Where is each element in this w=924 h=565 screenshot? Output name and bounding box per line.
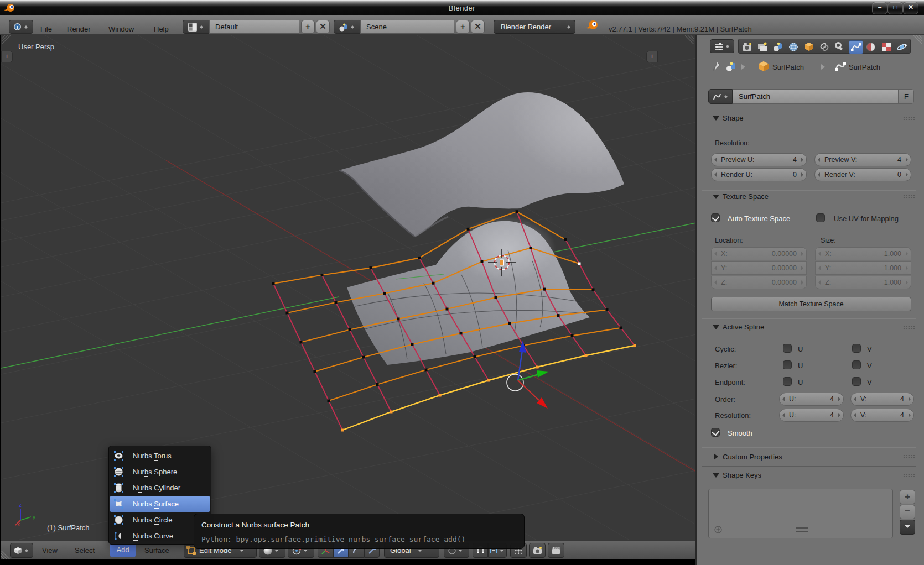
menu-render[interactable]: Render (67, 25, 91, 33)
panel-grip-icon[interactable] (903, 116, 915, 121)
bezier-u-checkbox[interactable] (783, 360, 792, 369)
active-spline-collapse-icon[interactable] (713, 325, 719, 329)
render-animation-button[interactable] (548, 543, 564, 558)
texspace-size-y-field[interactable]: Y:1.000 (815, 261, 911, 275)
fake-user-button[interactable]: F (899, 89, 914, 104)
menu-item-nurbs-cylinder[interactable]: Nurbs Cylinder (110, 480, 210, 496)
custom-properties-title[interactable]: Custom Properties (723, 453, 782, 461)
render-v-field[interactable]: Render V:0 (814, 168, 911, 181)
menu-view[interactable]: View (42, 546, 58, 554)
scene-icon-button[interactable] (334, 20, 360, 34)
pin-icon[interactable] (712, 61, 725, 73)
editor-type-button-properties[interactable] (710, 39, 734, 53)
shape-panel-title[interactable]: Shape (723, 114, 744, 122)
viewport-3d[interactable]: User Persp (1) SurfPatch + + z y x (1, 35, 695, 540)
preview-v-field[interactable]: Preview V:4 (814, 153, 911, 166)
render-u-field[interactable]: Render U:0 (711, 168, 807, 181)
menu-select[interactable]: Select (75, 546, 95, 554)
corner-grip-icon[interactable] (685, 35, 694, 44)
menu-help[interactable]: Help (154, 25, 169, 33)
editor-type-button-info[interactable]: i (9, 20, 33, 34)
menu-add[interactable]: Add (110, 543, 136, 557)
texspace-size-x-field[interactable]: X:1.000 (815, 247, 911, 260)
menu-window[interactable]: Window (108, 25, 134, 33)
object-data-icon[interactable] (726, 62, 737, 72)
nurbs-surface-floating[interactable] (266, 91, 631, 268)
corner-grip-icon[interactable] (913, 35, 922, 44)
screen-layout-field[interactable]: Default (209, 20, 299, 34)
endpoint-v-checkbox[interactable] (852, 377, 861, 386)
scene-field[interactable]: Scene (360, 20, 454, 34)
render-still-button[interactable] (529, 543, 546, 558)
texspace-loc-z-field[interactable]: Z:0.00000 (711, 276, 807, 289)
object-cube-icon[interactable] (758, 61, 769, 72)
shape-keys-list[interactable] (708, 489, 893, 538)
shape-keys-collapse-icon[interactable] (713, 473, 719, 478)
texture-tab-icon[interactable] (880, 40, 893, 53)
bezier-v-checkbox[interactable] (852, 360, 861, 369)
object-tab-icon[interactable] (802, 40, 816, 53)
panel-grip-icon[interactable] (903, 454, 915, 459)
data-curve-tab-icon[interactable] (849, 40, 863, 54)
preview-u-field[interactable]: Preview U:4 (711, 153, 807, 166)
use-uv-mapping-checkbox[interactable] (816, 213, 825, 222)
shapekey-remove-button[interactable]: − (900, 505, 915, 519)
custom-properties-collapse-icon[interactable] (714, 453, 718, 460)
use-uv-mapping-label[interactable]: Use UV for Mapping (834, 215, 899, 223)
texspace-loc-y-field[interactable]: Y:0.00000 (711, 261, 807, 275)
auto-texture-space-checkbox[interactable] (711, 213, 720, 222)
translate-manipulator[interactable] (507, 341, 549, 409)
minimize-button[interactable]: – (872, 2, 887, 14)
cyclic-v-checkbox[interactable] (852, 344, 861, 353)
endpoint-u-checkbox[interactable] (783, 377, 792, 386)
add-layout-button[interactable]: + (301, 20, 315, 34)
texture-space-title[interactable]: Texture Space (723, 192, 769, 201)
material-tab-icon[interactable] (864, 40, 878, 53)
texspace-loc-x-field[interactable]: X:0.00000 (711, 247, 807, 260)
delete-layout-button[interactable]: ✕ (316, 20, 330, 34)
order-v-field[interactable]: V:4 (850, 393, 914, 406)
shape-panel-collapse-icon[interactable] (713, 116, 719, 121)
list-resize-grip[interactable] (796, 527, 808, 532)
breadcrumb-object-name[interactable]: SurfPatch (772, 63, 804, 71)
physics-tab-icon[interactable] (895, 40, 909, 53)
control-cage[interactable] (272, 210, 636, 431)
shapekey-add-button[interactable]: + (900, 490, 915, 504)
cyclic-u-checkbox[interactable] (783, 344, 792, 353)
shapekey-specials-button[interactable] (900, 520, 915, 535)
menu-item-nurbs-torus[interactable]: Nurbs Torus (110, 448, 210, 464)
corner-grip-icon[interactable] (2, 35, 11, 44)
menu-surface[interactable]: Surface (144, 546, 169, 554)
id-type-icon-button[interactable] (708, 89, 733, 104)
add-scene-button[interactable]: + (456, 20, 470, 34)
delete-scene-button[interactable]: ✕ (471, 20, 485, 34)
corner-grip-icon[interactable] (1, 551, 10, 559)
smooth-checkbox[interactable] (711, 428, 720, 437)
screen-layout-icon-button[interactable] (183, 20, 209, 34)
add-shapekey-inline-icon[interactable] (714, 526, 722, 533)
texture-space-collapse-icon[interactable] (713, 195, 719, 199)
maximize-button[interactable]: □ (887, 2, 903, 14)
shape-keys-title[interactable]: Shape Keys (723, 471, 761, 479)
modifiers-wrench-tab-icon[interactable] (833, 40, 847, 53)
world-tab-icon[interactable] (787, 40, 800, 53)
panel-grip-icon[interactable] (903, 325, 915, 329)
texspace-size-z-field[interactable]: Z:1.000 (815, 276, 911, 289)
curve-data-icon[interactable] (834, 61, 847, 72)
order-u-field[interactable]: U:4 (779, 393, 844, 406)
datablock-name-field[interactable]: SurfPatch (733, 89, 899, 104)
render-camera-tab-icon[interactable] (740, 40, 754, 53)
smooth-label[interactable]: Smooth (728, 429, 752, 437)
region-expand-tab-right[interactable]: + (646, 51, 658, 62)
menu-item-nurbs-sphere[interactable]: Nurbs Sphere (110, 464, 210, 480)
panel-grip-icon[interactable] (903, 195, 915, 199)
match-texture-space-button[interactable]: Match Texture Space (711, 297, 911, 311)
resolution-u-field[interactable]: U:4 (779, 409, 844, 422)
active-spline-title[interactable]: Active Spline (723, 323, 764, 331)
breadcrumb-data-name[interactable]: SurfPatch (849, 63, 880, 71)
constraints-tab-icon[interactable] (818, 40, 831, 53)
close-button[interactable]: ✕ (903, 2, 918, 14)
scene-tab-icon[interactable] (771, 40, 785, 53)
render-engine-select[interactable]: Blender Render (494, 20, 575, 34)
render-layers-tab-icon[interactable] (756, 40, 769, 53)
